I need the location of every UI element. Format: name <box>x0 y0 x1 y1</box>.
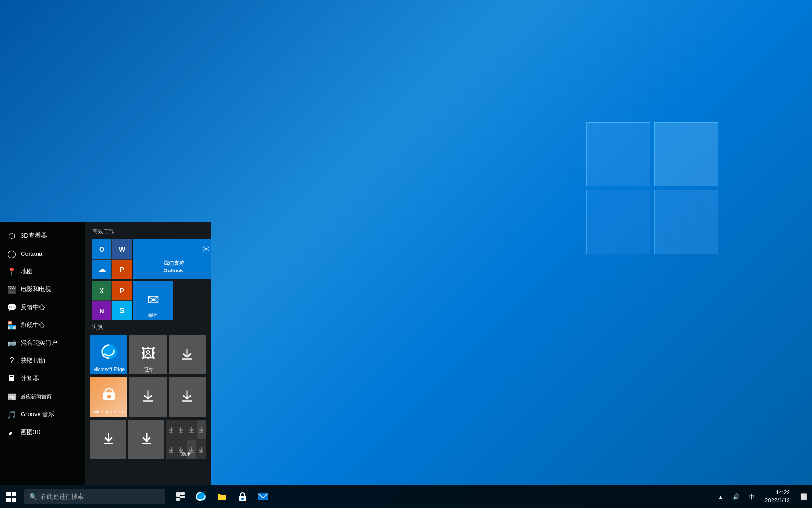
tile-download-4[interactable] <box>90 420 126 459</box>
section-title-browse: 浏览 <box>90 323 206 331</box>
chevron-up-icon: ▲ <box>718 494 723 500</box>
svg-rect-35 <box>241 498 244 500</box>
download-icon-5 <box>140 431 154 446</box>
svg-rect-4 <box>107 395 111 398</box>
speaker-icon: 🔊 <box>733 493 740 500</box>
language-button[interactable]: 中 <box>744 485 759 508</box>
tile-sub-ppt2[interactable]: P <box>112 281 132 300</box>
date-display: 2022/1/12 <box>765 497 790 505</box>
start-menu: ⬡ 3D查看器 ◯ Cortana 📍 地图 🎬 电影和电视 💬 反馈中心 🏪 … <box>0 222 211 485</box>
calc-icon: 🖩 <box>8 374 16 383</box>
tile-mail[interactable]: ✉ 邮件 <box>133 281 173 320</box>
section-productivity: 高效工作 O Office O <box>90 228 206 320</box>
notification-area[interactable]: ▲ <box>714 485 728 508</box>
download-icon-4 <box>102 431 116 446</box>
tile-photos[interactable]: 🖼 照片 <box>129 335 166 374</box>
outlook-subtitle: Outlook <box>164 268 184 273</box>
taskbar-edge-button[interactable] <box>192 485 211 508</box>
windows-logo-decoration <box>586 122 718 254</box>
tile-store-label: Microsoft Store <box>91 409 126 415</box>
feedback-icon: 💬 <box>8 303 16 311</box>
outlook-mail-column: ✉ 我们支持 Outlook ✉ 邮件 <box>133 239 211 320</box>
ent-sub-1 <box>166 420 176 439</box>
groove-icon: 🎵 <box>8 410 16 419</box>
app-list-item-paint3d[interactable]: 🖌 画图3D <box>0 423 85 441</box>
notification-icon: ⬜ <box>800 493 807 500</box>
ent-sub-3 <box>187 420 196 439</box>
section-store: Microsoft Store <box>90 377 206 417</box>
app-list-item-news[interactable]: 📰 必应新闻首页 <box>0 388 85 405</box>
tile-store[interactable]: Microsoft Store <box>90 377 127 417</box>
office-top-row: O W ☁ P <box>92 239 132 279</box>
tile-download-1[interactable] <box>169 335 206 374</box>
entertainment-tiles-row: 娱乐 <box>90 420 206 459</box>
tile-entertainment[interactable]: 娱乐 <box>166 420 206 459</box>
app-list-item-feedback[interactable]: 💬 反馈中心 <box>0 298 85 316</box>
store-tiles-row: Microsoft Store <box>90 377 206 417</box>
ent-sub-4 <box>197 420 206 439</box>
taskbar-store-button[interactable] <box>233 485 252 508</box>
app-list: ⬡ 3D查看器 ◯ Cortana 📍 地图 🎬 电影和电视 💬 反馈中心 🏪 … <box>0 222 85 485</box>
tile-outlook[interactable]: ✉ 我们支持 Outlook <box>133 239 211 279</box>
3d-icon: ⬡ <box>8 231 16 240</box>
taskbar-search[interactable]: 🔍 在此处进行搜索 <box>24 489 165 504</box>
tile-download-5[interactable] <box>128 420 164 459</box>
tile-sub-onedrive[interactable]: ☁ <box>92 260 111 279</box>
tile-office-apps[interactable]: O W ☁ P <box>92 239 132 279</box>
tile-edge-label: Microsoft Edge <box>91 367 126 373</box>
tiles-panel: 高效工作 O Office O <box>85 222 211 485</box>
outlook-content: 我们支持 Outlook <box>160 256 188 277</box>
app-list-item-help[interactable]: ? 获取帮助 <box>0 352 85 370</box>
taskbar-quick-icons <box>171 485 273 508</box>
taskbar-mail-icon <box>258 492 268 502</box>
start-windows-logo <box>6 492 16 502</box>
download-icon-2 <box>141 389 155 404</box>
clock-area[interactable]: 14:22 2022/1/12 <box>759 485 796 508</box>
news-icon: 📰 <box>8 392 16 401</box>
download-icon-3 <box>180 389 194 404</box>
tile-sub-onenote[interactable]: N <box>92 301 111 320</box>
task-view-button[interactable] <box>171 485 190 508</box>
search-placeholder: 在此处进行搜索 <box>41 492 84 501</box>
taskbar-mail-button[interactable] <box>254 485 273 508</box>
mail-icon: ✉ <box>148 292 159 308</box>
office-apps-column: O W ☁ P <box>92 239 132 320</box>
speaker-button[interactable]: 🔊 <box>728 485 744 508</box>
ent-sub-2 <box>177 420 186 439</box>
tile-sub-skype[interactable]: S <box>112 301 132 320</box>
taskbar-explorer-button[interactable] <box>212 485 231 508</box>
section-title-productivity: 高效工作 <box>90 228 206 236</box>
tile-office-apps2[interactable]: X P N S <box>92 281 132 320</box>
flagship-icon: 🏪 <box>8 321 16 329</box>
taskbar-edge-icon <box>196 492 206 502</box>
app-list-item-movies[interactable]: 🎬 电影和电视 <box>0 280 85 298</box>
browse-tiles-row: Microsoft Edge 🖼 照片 <box>90 335 206 374</box>
app-list-item-3dviewer[interactable]: ⬡ 3D查看器 <box>0 227 85 245</box>
task-view-icon <box>176 492 185 501</box>
start-button[interactable] <box>0 485 23 508</box>
app-list-item-groove[interactable]: 🎵 Groove 音乐 <box>0 405 85 423</box>
app-list-item-cortana[interactable]: ◯ Cortana <box>0 245 85 262</box>
app-list-item-calc[interactable]: 🖩 计算器 <box>0 370 85 388</box>
tile-edge[interactable]: Microsoft Edge <box>90 335 127 374</box>
vr-icon: 🥽 <box>8 339 16 347</box>
app-list-item-flagship[interactable]: 🏪 旗舰中心 <box>0 316 85 334</box>
search-icon: 🔍 <box>29 493 37 500</box>
edge-icon <box>101 343 117 364</box>
tile-sub-outlook[interactable]: O <box>92 239 111 259</box>
taskbar: 🔍 在此处进行搜索 <box>0 485 812 508</box>
taskbar-store-icon <box>237 492 248 502</box>
tile-download-2[interactable] <box>129 377 166 417</box>
notification-button[interactable]: ⬜ <box>796 485 812 508</box>
svg-rect-29 <box>176 492 180 497</box>
svg-rect-30 <box>180 492 185 495</box>
tile-download-3[interactable] <box>169 377 206 417</box>
app-list-item-mixed-reality[interactable]: 🥽 混合现实门户 <box>0 334 85 352</box>
tile-mail-label: 邮件 <box>134 313 172 318</box>
app-list-item-maps[interactable]: 📍 地图 <box>0 262 85 280</box>
tile-sub-ppt[interactable]: P <box>112 260 132 279</box>
tile-sub-excel[interactable]: X <box>92 281 111 300</box>
productivity-tiles-row: O Office O W <box>90 239 206 320</box>
store-icon <box>101 386 117 406</box>
tile-sub-word[interactable]: W <box>112 239 132 259</box>
